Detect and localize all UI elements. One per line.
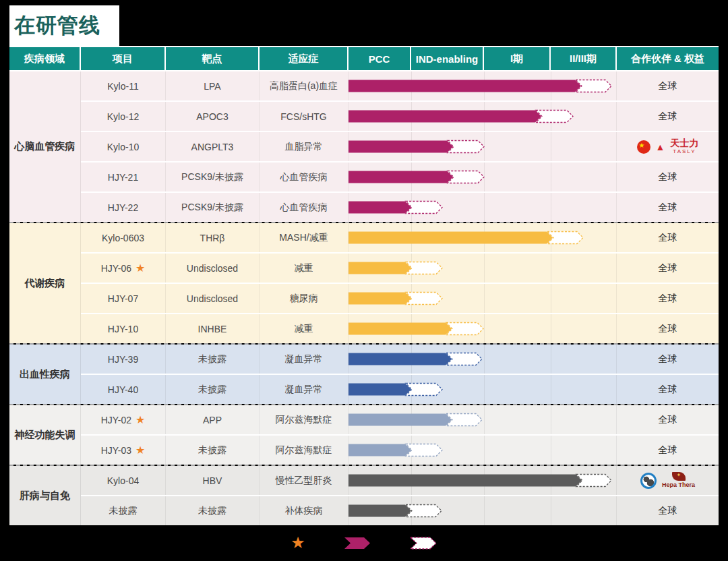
project-name: HJY-07	[108, 293, 138, 304]
partner-cell: 全球	[617, 436, 719, 465]
pipeline-row: HJY-06★Undisclosed减重全球	[81, 252, 719, 283]
partner-global-label: 全球	[659, 111, 677, 123]
table-header-row: 疾病领域项目靶点适应症PCCIND-enablingI期II/III期合作伙伴 …	[9, 46, 719, 71]
phase-bar-cell	[348, 496, 617, 525]
pipeline-row: HJY-40未披露凝血异常全球	[81, 374, 719, 404]
pipeline-row: HJY-21PCSK9/未披露心血管疾病全球	[81, 161, 719, 191]
bar-next-phase-dashed	[448, 141, 484, 153]
target-cell: Undisclosed	[166, 254, 260, 283]
bar-next-phase-dashed	[406, 202, 442, 214]
project-cell: HJY-22	[81, 193, 166, 222]
bar-solid	[348, 323, 452, 335]
partner-cell: ★▲天士力TASLY	[617, 132, 719, 161]
phase-bar-cell	[348, 436, 617, 465]
bar-next-phase-dashed	[406, 293, 442, 305]
indication-cell: MASH/减重	[260, 223, 348, 252]
project-name: HJY-10	[108, 324, 138, 334]
project-name: Kylo-0603	[102, 233, 144, 243]
disease-group: 代谢疾病Kylo-0603THRβMASH/减重全球HJY-06★Undiscl…	[9, 223, 719, 343]
header-cell-3: 适应症	[260, 47, 347, 70]
header-cell-5: IND-enabling	[411, 47, 483, 70]
partner-global-label: 全球	[659, 80, 677, 92]
bar-next-phase-dashed	[536, 111, 573, 123]
bar-solid	[348, 444, 411, 456]
globe-icon	[640, 473, 657, 489]
priority-star-icon: ★	[135, 415, 145, 425]
pipeline-row: HJY-02★APP阿尔兹海默症全球	[81, 405, 719, 434]
project-cell: HJY-06★	[81, 254, 166, 283]
project-name: HJY-39	[108, 354, 138, 365]
project-cell: HJY-02★	[81, 405, 166, 434]
title-box: 在研管线	[9, 5, 119, 46]
partner-cell: 全球	[617, 405, 719, 434]
partner-global-label: 全球	[659, 323, 677, 335]
target-cell: Undisclosed	[166, 284, 260, 313]
project-name: HJY-22	[108, 202, 138, 213]
group-rows: HJY-02★APP阿尔兹海默症全球HJY-03★未披露阿尔兹海默症全球	[81, 405, 719, 465]
header-cell-1: 项目	[81, 47, 164, 70]
bar-next-phase-dashed	[448, 171, 484, 183]
partner-global-label: 全球	[659, 384, 677, 396]
project-name: HJY-21	[108, 172, 138, 183]
partner-cell: 全球	[617, 496, 719, 525]
tasly-logo: 天士力TASLY	[670, 138, 698, 154]
flag-star-icon: ★	[639, 140, 645, 151]
phase-bar	[348, 102, 617, 131]
partner-cell: 全球	[617, 102, 719, 131]
pipeline-row: HJY-10INHBE减重全球	[81, 313, 719, 343]
phase-bar-cell	[348, 314, 617, 343]
project-cell: HJY-07	[81, 284, 166, 313]
disease-area-label: 心脑血管疾病	[9, 71, 81, 222]
project-cell: Kylo-11	[81, 71, 166, 100]
pipeline-row: 未披露未披露补体疾病全球	[81, 495, 719, 525]
leaf-star-icon: ✦	[677, 471, 681, 479]
partner-cell: 全球	[617, 345, 719, 374]
phase-bar-cell	[348, 163, 617, 191]
phase-bar	[348, 345, 617, 374]
phase-bar	[348, 436, 617, 465]
partner-cell: 全球	[617, 71, 719, 100]
indication-cell: 高脂蛋白(a)血症	[260, 71, 348, 100]
partner-global-label: 全球	[659, 202, 677, 214]
indication-cell: 糖尿病	[260, 284, 348, 313]
partner-global-label: 全球	[659, 444, 677, 456]
target-cell: APP	[166, 405, 260, 434]
table-body: 心脑血管疾病Kylo-11LPA高脂蛋白(a)血症全球Kylo-12APOC3F…	[9, 71, 719, 525]
partner-name: 天士力	[670, 138, 698, 148]
pipeline-row: Kylo-12APOC3FCS/sHTG全球	[81, 100, 719, 131]
phase-bar-cell	[348, 405, 617, 434]
partner-global-label: 全球	[659, 414, 677, 426]
indication-cell: 心血管疾病	[260, 163, 348, 191]
header-cell-6: I期	[484, 47, 549, 70]
phase-bar	[348, 223, 617, 252]
project-cell: HJY-03★	[81, 436, 166, 465]
indication-cell: FCS/sHTG	[260, 102, 348, 131]
project-name: Kylo-10	[107, 142, 139, 152]
target-cell: LPA	[166, 71, 260, 100]
phase-bar-cell	[348, 193, 617, 222]
partner-global-label: 全球	[659, 353, 677, 365]
page-title: 在研管线	[14, 11, 100, 40]
indication-cell: 凝血异常	[260, 375, 348, 404]
indication-cell: 阿尔兹海默症	[260, 436, 348, 465]
leaf-icon: ✦	[672, 472, 686, 481]
bar-solid	[348, 262, 411, 274]
project-cell: HJY-21	[81, 163, 166, 191]
partner-global-label: 全球	[659, 262, 677, 274]
project-name: HJY-03	[101, 445, 131, 456]
bar-solid	[348, 141, 453, 153]
project-name: HJY-02	[101, 415, 131, 425]
bar-solid	[348, 353, 452, 365]
disease-group: 出血性疾病HJY-39未披露凝血异常全球HJY-40未披露凝血异常全球	[9, 345, 719, 404]
pipeline-row: HJY-22PCSK9/未披露心血管疾病全球	[81, 191, 719, 222]
pipeline-row: Kylo-10ANGPLT3血脂异常★▲天士力TASLY	[81, 131, 719, 161]
project-cell: HJY-10	[81, 314, 166, 343]
project-cell: Kylo-12	[81, 102, 166, 131]
solid-arrow-icon	[344, 537, 371, 550]
bar-next-phase-dashed	[446, 323, 483, 335]
partner-cell: 全球	[617, 193, 719, 222]
bar-solid	[348, 475, 582, 487]
partner-cell: 全球	[617, 375, 719, 404]
china-flag-icon: ★	[637, 140, 650, 154]
bar-next-phase-dashed	[406, 384, 442, 396]
